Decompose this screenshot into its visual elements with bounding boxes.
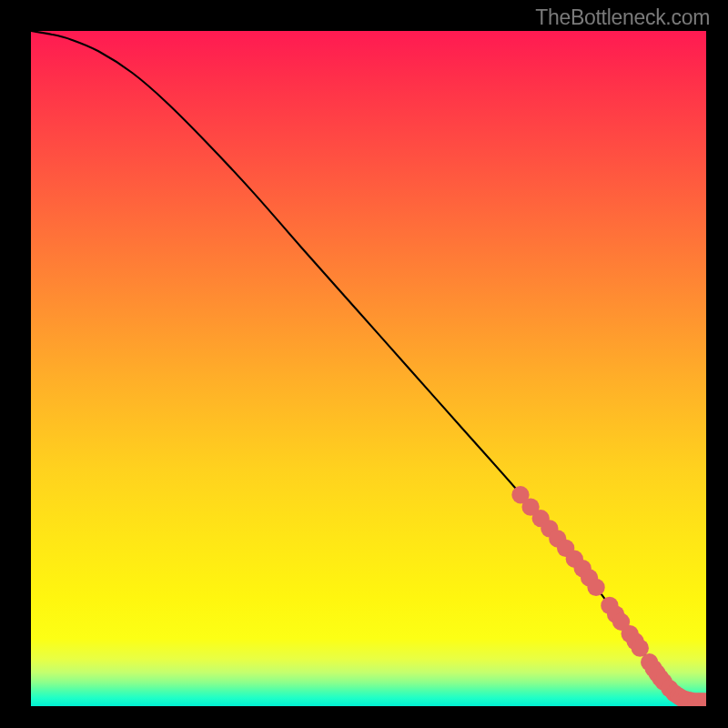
plot-area <box>31 31 706 706</box>
chart-stage: TheBottleneck.com <box>0 0 728 728</box>
background-gradient <box>31 31 706 706</box>
attribution-text: TheBottleneck.com <box>535 5 710 30</box>
